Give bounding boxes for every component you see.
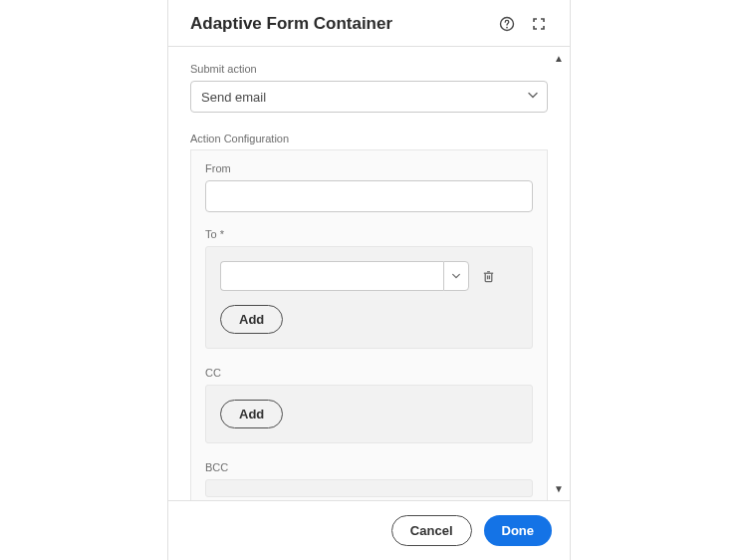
cc-label: CC (205, 367, 533, 379)
panel-title: Adaptive Form Container (190, 14, 392, 34)
scroll-area[interactable]: Submit action Send email Action Configur… (168, 47, 570, 500)
panel-body: ▲ ▼ Submit action Send email Action Conf… (168, 47, 570, 500)
to-row (220, 261, 518, 291)
fullscreen-icon[interactable] (530, 15, 548, 33)
chevron-down-icon (527, 90, 539, 105)
action-config-box: From To * (190, 149, 548, 500)
to-combo (220, 261, 469, 291)
cc-card: Add (205, 385, 533, 443)
header-icons (498, 15, 548, 33)
panel-header: Adaptive Form Container (168, 0, 570, 47)
to-label: To * (205, 228, 533, 240)
submit-action-value: Send email (201, 90, 266, 105)
from-label: From (205, 162, 533, 174)
svg-point-1 (506, 27, 508, 29)
bcc-card (205, 479, 533, 497)
submit-action-label: Submit action (190, 63, 548, 75)
cancel-button[interactable]: Cancel (391, 515, 472, 546)
bcc-label: BCC (205, 461, 533, 473)
properties-panel: Adaptive Form Container ▲ ▼ (167, 0, 571, 560)
cc-add-button[interactable]: Add (220, 400, 283, 428)
to-add-button[interactable]: Add (220, 305, 283, 334)
to-card: Add (205, 246, 533, 349)
submit-action-select[interactable]: Send email (190, 81, 548, 113)
action-config-label: Action Configuration (190, 133, 548, 144)
to-input[interactable] (220, 261, 443, 291)
from-input[interactable] (205, 180, 533, 212)
panel-footer: Cancel Done (168, 500, 570, 560)
done-button[interactable]: Done (484, 515, 553, 546)
help-icon[interactable] (498, 15, 516, 33)
delete-icon[interactable] (479, 267, 497, 285)
to-dropdown-button[interactable] (443, 261, 469, 291)
